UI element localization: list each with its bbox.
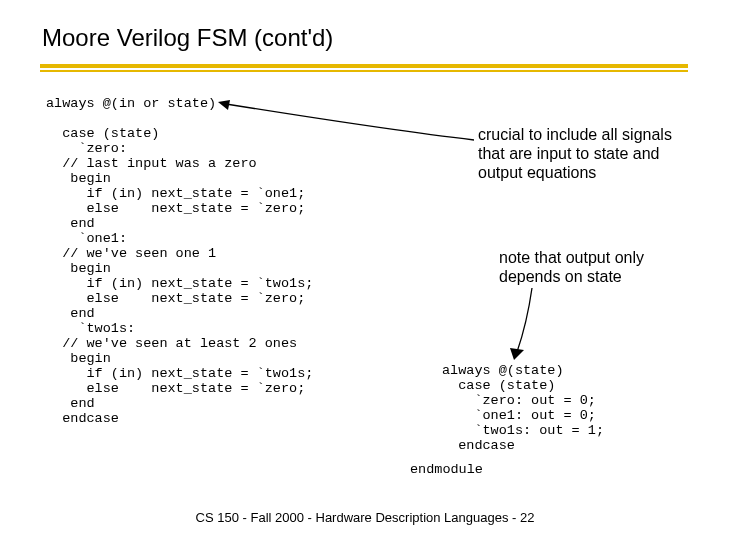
- annotation-sensitivity-list: crucial to include all signals that are …: [478, 125, 688, 182]
- slide-title: Moore Verilog FSM (cont'd): [42, 24, 333, 52]
- arrow-to-output-block: [502, 288, 562, 366]
- code-block-output-logic: always @(state) case (state) `zero: out …: [442, 363, 604, 453]
- svg-marker-0: [218, 100, 230, 110]
- code-endmodule: endmodule: [410, 462, 483, 477]
- slide-footer: CS 150 - Fall 2000 - Hardware Descriptio…: [0, 510, 730, 525]
- svg-marker-1: [510, 348, 524, 360]
- annotation-output-depends-state: note that output only depends on state: [499, 248, 709, 286]
- arrow-to-sensitivity: [218, 100, 478, 170]
- title-underline: [40, 64, 688, 74]
